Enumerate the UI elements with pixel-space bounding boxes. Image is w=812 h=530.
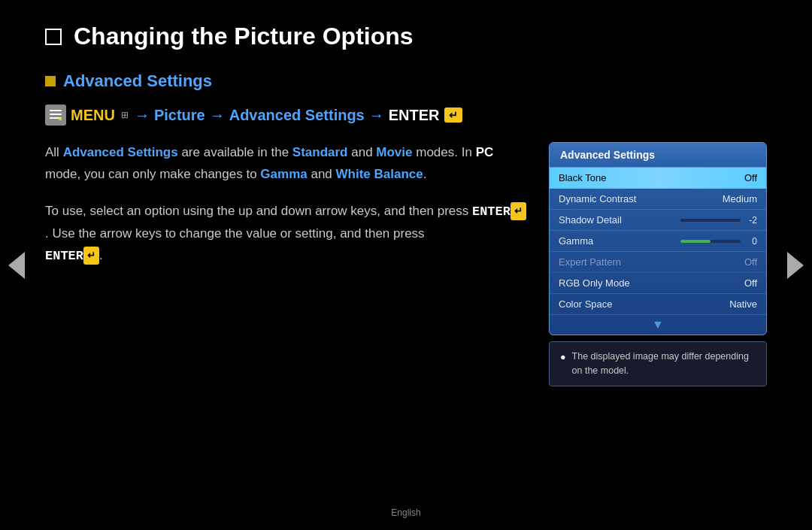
paragraph-1: All Advanced Settings are available in t… <box>45 142 526 186</box>
arrow-2: → <box>210 107 225 124</box>
page-container: Changing the Picture Options Advanced Se… <box>0 0 812 530</box>
svg-rect-1 <box>50 114 62 115</box>
rgb-only-value: Off <box>744 277 757 289</box>
color-space-label: Color Space <box>559 298 613 310</box>
p1-part6: and <box>308 167 336 181</box>
footer-language: English <box>391 507 420 518</box>
p1-part2: are available in the <box>178 145 292 159</box>
advanced-settings-panel: Advanced Settings Black Tone Off Dynamic… <box>549 142 767 335</box>
section-square-icon <box>45 76 56 86</box>
color-space-value: Native <box>729 298 757 310</box>
p1-wb: White Balance <box>336 167 423 181</box>
p2-enter2: ENTER <box>45 249 83 263</box>
panel-row-shadow-detail[interactable]: Shadow Detail -2 <box>550 210 766 231</box>
gamma-label: Gamma <box>559 235 593 247</box>
p1-advanced: Advanced Settings <box>63 145 178 159</box>
p1-pc: PC <box>476 145 494 159</box>
gamma-track <box>680 240 741 243</box>
dynamic-contrast-label: Dynamic Contrast <box>559 193 636 204</box>
expert-pattern-value: Off <box>744 256 757 268</box>
p1-movie: Movie <box>376 145 412 159</box>
p2-enter-icon2: ↵ <box>83 247 99 265</box>
p2-end: . <box>99 248 103 262</box>
p2-part2: . Use the arrow keys to change the value… <box>45 226 425 241</box>
content-area: All Advanced Settings are available in t… <box>45 142 767 386</box>
section-heading: Advanced Settings <box>45 71 767 91</box>
page-title-row: Changing the Picture Options <box>45 23 767 50</box>
panel-scroll-arrow: ▼ <box>550 315 766 335</box>
section-title: Advanced Settings <box>63 71 212 91</box>
gamma-slider: 0 <box>680 236 757 247</box>
black-tone-label: Black Tone <box>559 172 606 183</box>
panel-title: Advanced Settings <box>550 143 766 168</box>
dynamic-contrast-value: Medium <box>723 193 757 204</box>
svg-rect-3 <box>59 118 62 120</box>
expert-pattern-label: Expert Pattern <box>559 256 621 268</box>
p1-end: . <box>423 167 427 181</box>
p1-standard: Standard <box>292 145 348 159</box>
enter-icon: ↵ <box>444 108 462 123</box>
left-text: All Advanced Settings are available in t… <box>45 142 526 267</box>
menu-icon <box>45 104 66 126</box>
gamma-value: 0 <box>745 236 757 247</box>
p1-part3: and <box>348 145 377 159</box>
panel-row-gamma[interactable]: Gamma 0 <box>550 231 766 252</box>
panel-row-expert-pattern[interactable]: Expert Pattern Off <box>550 252 766 273</box>
panel-row-color-space[interactable]: Color Space Native <box>550 294 766 315</box>
shadow-detail-value: -2 <box>745 215 757 226</box>
p1-part5: mode, you can only make changes to <box>45 167 260 181</box>
picture-label: Picture <box>154 107 205 124</box>
svg-rect-0 <box>50 110 62 111</box>
arrow-1: → <box>135 107 150 124</box>
left-arrow-icon <box>8 252 25 279</box>
paragraph-2: To use, select an option using the up an… <box>45 201 526 268</box>
note-box: ● The displayed image may differ dependi… <box>549 341 767 386</box>
shadow-detail-slider: -2 <box>680 215 757 226</box>
panel-row-dynamic-contrast[interactable]: Dynamic Contrast Medium <box>550 189 766 210</box>
shadow-detail-track <box>680 219 741 222</box>
nav-left-button[interactable] <box>6 247 27 284</box>
menu-path: MENU ⊞ → Picture → Advanced Settings → E… <box>45 104 767 126</box>
rgb-only-label: RGB Only Mode <box>559 277 630 289</box>
footer: English <box>391 507 420 518</box>
page-title: Changing the Picture Options <box>74 23 414 50</box>
arrow-3: → <box>369 107 384 124</box>
p1-part4: modes. In <box>413 145 476 159</box>
p2-part1: To use, select an option using the up an… <box>45 204 472 218</box>
advanced-label: Advanced Settings <box>229 107 365 124</box>
p2-enter-icon1: ↵ <box>511 202 526 220</box>
p2-enter1: ENTER <box>472 204 511 219</box>
black-tone-value: Off <box>744 172 757 183</box>
right-panel: Advanced Settings Black Tone Off Dynamic… <box>549 142 767 386</box>
shadow-detail-label: Shadow Detail <box>559 214 622 226</box>
menu-label: MENU <box>71 107 115 124</box>
panel-row-black-tone[interactable]: Black Tone Off <box>550 168 766 189</box>
title-checkbox <box>45 29 62 45</box>
shadow-detail-fill <box>680 219 717 222</box>
note-bullet-icon: ● <box>560 350 566 378</box>
enter-label: ENTER <box>389 107 440 124</box>
p1-gamma: Gamma <box>260 167 307 181</box>
p1-part1: All <box>45 145 63 159</box>
right-arrow-icon <box>787 252 804 279</box>
note-text: The displayed image may differ depending… <box>572 350 756 378</box>
panel-row-rgb-only[interactable]: RGB Only Mode Off <box>550 273 766 294</box>
menu-grid-icon: ⊞ <box>121 110 129 120</box>
nav-right-button[interactable] <box>785 247 806 284</box>
gamma-fill <box>680 240 710 243</box>
